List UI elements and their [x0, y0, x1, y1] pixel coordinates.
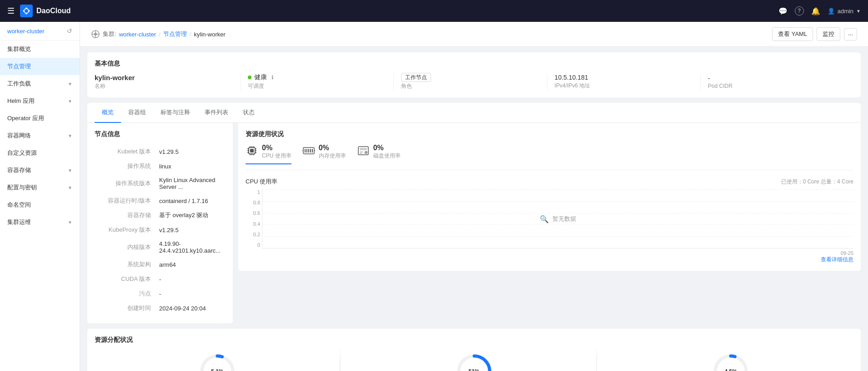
dist-row: 5.1% CPU 分配率 已分配 0.21 Core 总量 4 Core 51%…	[95, 350, 853, 371]
sidebar-item-label: 容器网络	[7, 132, 31, 140]
sidebar-item-node-mgmt[interactable]: 节点管理	[0, 58, 80, 75]
disk-pct: 0%	[373, 144, 401, 152]
sidebar-refresh-icon[interactable]: ↺	[67, 27, 72, 35]
sidebar-item-workload[interactable]: 工作负载 ▼	[0, 75, 80, 92]
sidebar-item-network[interactable]: 容器网络 ▼	[0, 127, 80, 144]
hamburger-icon[interactable]: ☰	[7, 6, 15, 16]
resource-tab-cpu[interactable]: 0% CPU 使用率	[246, 144, 291, 164]
tab-overview[interactable]: 概览	[95, 103, 121, 123]
chart-detail-link[interactable]: 查看详细信息	[246, 256, 853, 264]
monitor-button[interactable]: 监控	[817, 27, 840, 41]
topnav: ☰ DaoCloud 💬 ? 🔔 👤 admin ▼	[0, 0, 868, 22]
sidebar-item-custom-resource[interactable]: 自定义资源	[0, 144, 80, 162]
more-button[interactable]: ···	[844, 28, 857, 41]
resource-usage-card: 资源使用状况	[238, 123, 861, 271]
status-dot	[248, 76, 251, 79]
resource-tab-disk[interactable]: 0% 磁盘使用率	[357, 144, 401, 164]
resource-usage-tabs: 0% CPU 使用率	[246, 144, 853, 170]
tab-labels[interactable]: 标签与注释	[153, 103, 197, 123]
sidebar-item-label: Helm 应用	[7, 97, 35, 105]
sidebar-item-label: 集群概览	[7, 45, 31, 53]
sidebar-cluster-name[interactable]: worker-cluster	[7, 28, 45, 35]
pod-cidr: -	[708, 75, 846, 82]
tab-events[interactable]: 事件列表	[197, 103, 236, 123]
y-label-0: 0	[246, 242, 260, 248]
info-key: 容器存储	[95, 208, 155, 222]
sidebar-item-config-secret[interactable]: 配置与密钥 ▼	[0, 179, 80, 196]
detail-tabs-container: 概览 容器组 标签与注释 事件列表 状态	[87, 103, 861, 123]
info-value: 基于 overlay2 驱动	[156, 208, 225, 222]
info-key: 内核版本	[95, 238, 155, 257]
logo: DaoCloud	[20, 5, 71, 17]
mem-tab-info: 0% 内存使用率	[319, 144, 346, 160]
table-row: 容器运行时/版本containerd / 1.7.16	[95, 194, 225, 208]
breadcrumb-nodemgmt-link[interactable]: 节点管理	[163, 30, 187, 38]
breadcrumb-sep2: /	[190, 31, 191, 38]
sidebar: worker-cluster ↺ 集群概览 节点管理 工作负载 ▼ Helm 应…	[0, 22, 80, 371]
sidebar-item-label: 集群运维	[7, 218, 31, 226]
ip-label: IPv4/IPv6 地址	[555, 82, 693, 90]
help-icon[interactable]: ?	[795, 6, 804, 15]
status-text: 健康	[254, 73, 267, 81]
donut-pct: 4.5%	[724, 368, 737, 371]
donut-chart: 51%	[456, 353, 492, 371]
sidebar-item-namespace[interactable]: 命名空间	[0, 196, 80, 213]
tab-containers[interactable]: 容器组	[121, 103, 153, 123]
sidebar-item-cluster-overview[interactable]: 集群概览	[0, 41, 80, 58]
node-status-col: 健康 ℹ 可调度	[241, 73, 394, 90]
info-key: 污点	[95, 287, 155, 300]
info-key: 容器运行时/版本	[95, 194, 155, 208]
sidebar-item-helm[interactable]: Helm 应用 ▼	[0, 92, 80, 110]
dist-section-CPU 分配率: 5.1% CPU 分配率 已分配 0.21 Core 总量 4 Core	[95, 350, 341, 371]
breadcrumb-current: kylin-worker	[194, 31, 226, 38]
chevron-down-icon: ▼	[68, 168, 72, 173]
sidebar-item-label: 自定义资源	[7, 149, 37, 157]
tab-status[interactable]: 状态	[236, 103, 262, 123]
svg-point-1	[25, 9, 28, 13]
info-key: CUDA 版本	[95, 272, 155, 286]
breadcrumb-cluster-label: 集群:	[103, 30, 116, 38]
table-row: 容器存储基于 overlay2 驱动	[95, 208, 225, 222]
search-icon: 🔍	[540, 214, 549, 223]
info-value: -	[156, 272, 225, 286]
detail-tabs: 概览 容器组 标签与注释 事件列表 状态	[87, 103, 861, 123]
chat-icon[interactable]: 💬	[778, 7, 788, 15]
chevron-down-icon: ▼	[68, 185, 72, 190]
node-cidr-col: - Pod CIDR	[701, 75, 853, 89]
user-menu[interactable]: 👤 admin ▼	[828, 8, 861, 15]
cpu-icon	[246, 144, 258, 159]
bell-icon[interactable]: 🔔	[811, 7, 820, 15]
table-row: 系统架构arm64	[95, 258, 225, 271]
disk-label: 磁盘使用率	[373, 152, 401, 160]
node-status: 健康 ℹ	[248, 73, 386, 81]
node-name: kylin-worker	[95, 74, 233, 81]
no-data-text: 暂无数据	[552, 215, 576, 223]
chevron-down-icon: ▼	[68, 133, 72, 138]
dist-section-Pod 分配率: 4.5% Pod 分配率 已分配 5 总量 110	[608, 350, 853, 371]
table-row: Kubelet 版本v1.29.5	[95, 145, 225, 158]
resource-tab-memory[interactable]: 0% 内存使用率	[302, 144, 346, 164]
node-name-col: kylin-worker 名称	[95, 74, 241, 90]
info-key: 操作系统版本	[95, 174, 155, 193]
overview-two-col: 节点信息 Kubelet 版本v1.29.5操作系统linux操作系统版本Kyl…	[87, 123, 861, 323]
svg-rect-31	[360, 148, 367, 150]
node-info-title: 节点信息	[95, 130, 226, 138]
breadcrumb-cluster-link[interactable]: worker-cluster	[119, 31, 156, 38]
info-value: linux	[156, 159, 225, 173]
info-key: Kubelet 版本	[95, 145, 155, 158]
status-info-icon[interactable]: ℹ	[271, 74, 274, 81]
svg-rect-24	[306, 149, 307, 152]
basic-info-section: 基本信息 kylin-worker 名称 健康 ℹ 可调度 工作节点	[87, 52, 861, 97]
breadcrumb: 集群: worker-cluster / 节点管理 / kylin-worker	[91, 30, 226, 39]
sidebar-item-operator[interactable]: Operator 应用	[0, 110, 80, 127]
resource-usage-title: 资源使用状况	[246, 130, 853, 138]
svg-rect-26	[310, 149, 311, 152]
chart-no-data: 🔍 暂无数据	[540, 214, 576, 223]
chart-title: CPU 使用率	[246, 178, 277, 186]
sidebar-item-storage[interactable]: 容器存储 ▼	[0, 162, 80, 179]
memory-icon	[302, 146, 315, 158]
basic-info-title: 基本信息	[95, 60, 853, 68]
node-info-table: Kubelet 版本v1.29.5操作系统linux操作系统版本Kylin Li…	[95, 144, 226, 316]
sidebar-item-cluster-ops[interactable]: 集群运维 ▼	[0, 213, 80, 231]
view-yaml-button[interactable]: 查看 YAML	[772, 27, 813, 41]
